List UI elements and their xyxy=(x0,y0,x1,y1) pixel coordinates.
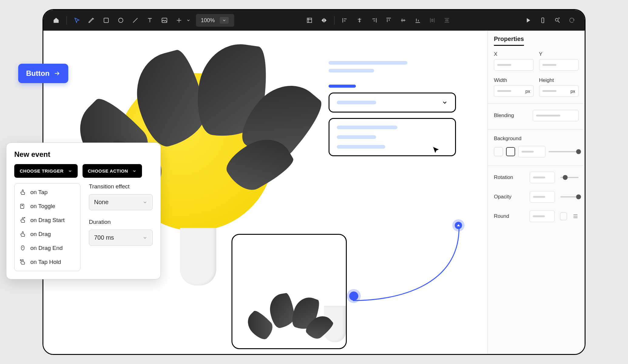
ellipse-tool[interactable] xyxy=(115,14,127,26)
zoom-dropdown-icon[interactable] xyxy=(219,16,229,24)
x-label: X xyxy=(494,51,534,57)
share-button[interactable] xyxy=(551,14,563,26)
move-tool[interactable] xyxy=(71,14,83,26)
new-event-panel: New event CHOOSE TRIGGER CHOOSE ACTION o… xyxy=(6,143,161,279)
add-tool[interactable] xyxy=(173,14,191,26)
svg-rect-8 xyxy=(21,246,24,250)
toolbar: 100% xyxy=(43,10,585,31)
y-label: Y xyxy=(539,51,579,57)
distribute-v-button[interactable] xyxy=(441,14,453,26)
zoom-control[interactable]: 100% xyxy=(196,14,234,27)
transition-label: Transition effect xyxy=(89,183,153,190)
distribute-h-button[interactable] xyxy=(426,14,438,26)
placeholder-line xyxy=(337,135,376,139)
placeholder-line xyxy=(337,101,376,104)
svg-point-7 xyxy=(22,205,23,206)
chevron-down-icon xyxy=(442,99,448,106)
align-center-h-button[interactable] xyxy=(353,14,366,26)
toolbar-separator xyxy=(334,16,335,25)
align-bottom-button[interactable] xyxy=(412,14,424,26)
opacity-input[interactable] xyxy=(530,191,555,203)
blending-label: Blending xyxy=(494,113,527,119)
canvas-form-mock xyxy=(329,61,456,156)
round-label: Round xyxy=(494,213,524,219)
bg-color-input[interactable] xyxy=(518,146,545,157)
properties-title: Properties xyxy=(494,35,524,46)
chevron-down-icon xyxy=(68,169,72,173)
chevron-down-icon xyxy=(143,235,147,240)
toggle-icon xyxy=(19,203,26,210)
frame-tool[interactable] xyxy=(303,14,316,26)
placeholder-line xyxy=(337,126,397,129)
x-input[interactable] xyxy=(494,59,534,71)
drag-icon xyxy=(19,231,26,238)
connector-end-node[interactable] xyxy=(455,222,462,229)
svg-rect-6 xyxy=(21,204,24,209)
chevron-down-icon xyxy=(143,200,147,205)
svg-point-9 xyxy=(20,260,22,261)
tap-hold-icon xyxy=(19,259,26,265)
trigger-item-on-toggle[interactable]: on Toggle xyxy=(16,199,78,213)
cursor-icon xyxy=(432,146,440,156)
round-uniform-toggle[interactable] xyxy=(560,212,567,220)
choose-trigger-dropdown[interactable]: CHOOSE TRIGGER xyxy=(14,164,78,178)
width-label: Width xyxy=(494,77,534,83)
trigger-item-on-drag-start[interactable]: on Drag Start xyxy=(16,213,78,227)
properties-panel: Properties X Y Width px Height p xyxy=(488,31,585,354)
rectangle-tool[interactable] xyxy=(100,14,112,26)
text-tool[interactable] xyxy=(144,14,156,26)
floating-button-element[interactable]: Button xyxy=(18,64,68,83)
background-label: Background xyxy=(494,136,579,142)
chevron-down-icon xyxy=(132,169,137,173)
rotation-slider[interactable] xyxy=(560,177,579,178)
choose-action-dropdown[interactable]: CHOOSE ACTION xyxy=(83,164,142,178)
device-preview-button[interactable] xyxy=(537,14,549,26)
svg-rect-4 xyxy=(542,18,544,23)
placeholder-accent xyxy=(329,85,356,88)
zoom-value: 100% xyxy=(201,17,215,24)
canvas-card-small[interactable] xyxy=(231,234,347,349)
prototype-connector xyxy=(344,225,465,346)
rotation-input[interactable] xyxy=(530,172,555,183)
y-input[interactable] xyxy=(539,59,579,71)
trigger-item-on-tap-hold[interactable]: on Tap Hold xyxy=(16,255,78,269)
duration-select[interactable]: 700 ms xyxy=(89,230,153,246)
svg-rect-3 xyxy=(307,18,312,23)
rotation-label: Rotation xyxy=(494,174,524,180)
trigger-item-on-tap[interactable]: on Tap xyxy=(16,185,78,199)
toolbar-separator xyxy=(66,16,67,25)
align-top-button[interactable] xyxy=(383,14,395,26)
pen-tool[interactable] xyxy=(86,14,98,26)
width-input[interactable]: px xyxy=(494,85,534,97)
arrow-right-icon xyxy=(54,70,60,77)
tap-icon xyxy=(19,189,26,196)
height-label: Height xyxy=(539,77,579,83)
height-input[interactable]: px xyxy=(539,85,579,97)
align-center-v-button[interactable] xyxy=(397,14,409,26)
round-input[interactable] xyxy=(529,211,555,222)
connector-start-node[interactable] xyxy=(349,292,358,301)
transition-select[interactable]: None xyxy=(89,194,153,210)
home-button[interactable] xyxy=(50,14,62,26)
placeholder-line xyxy=(337,145,385,149)
trigger-item-on-drag[interactable]: on Drag xyxy=(16,227,78,241)
line-tool[interactable] xyxy=(129,14,141,26)
undo-button[interactable] xyxy=(566,14,578,26)
trigger-item-on-drag-end[interactable]: on Drag End xyxy=(16,241,78,255)
align-left-button[interactable] xyxy=(339,14,351,26)
drag-start-icon xyxy=(19,217,26,224)
round-per-corner-icon[interactable] xyxy=(572,213,579,220)
canvas-dropdown-mock[interactable] xyxy=(329,93,456,113)
blending-input[interactable] xyxy=(533,110,579,121)
effects-column: Transition effect None Duration 700 ms xyxy=(89,183,153,271)
mask-tool[interactable] xyxy=(318,14,330,26)
svg-rect-0 xyxy=(104,18,109,23)
image-tool[interactable] xyxy=(158,14,171,26)
align-right-button[interactable] xyxy=(368,14,380,26)
bg-none-swatch[interactable] xyxy=(494,147,503,156)
bg-fill-swatch[interactable] xyxy=(506,147,515,156)
opacity-slider[interactable] xyxy=(560,196,579,197)
bg-opacity-slider[interactable] xyxy=(549,151,579,152)
play-button[interactable] xyxy=(522,14,534,26)
button-label: Button xyxy=(26,69,49,78)
